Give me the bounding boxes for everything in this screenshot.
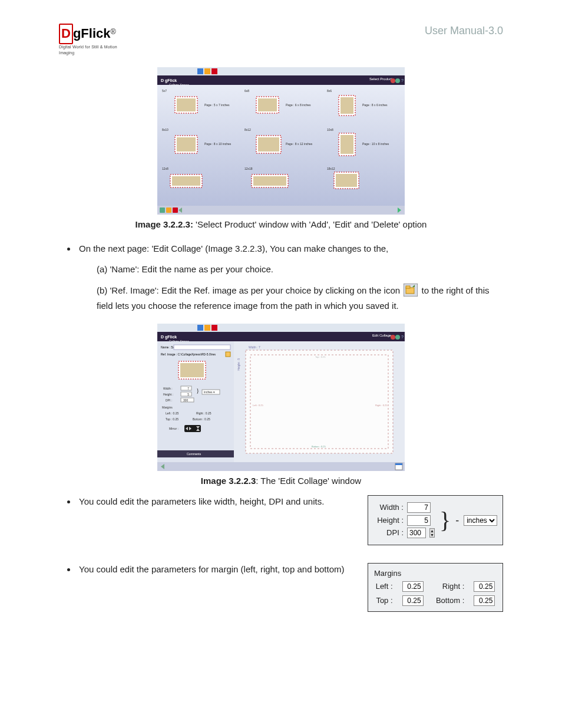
figure-select-product: D gFlick Collage Xpress Select Product ?…: [59, 67, 503, 230]
svg-text:}: }: [196, 387, 199, 394]
svg-rect-73: [180, 363, 204, 377]
logo-reg: ®: [110, 28, 115, 36]
svg-rect-78: [181, 392, 191, 396]
svg-rect-57: [197, 325, 203, 331]
svg-rect-34: [340, 135, 353, 154]
svg-rect-53: [406, 286, 410, 288]
svg-text:Right :  0.25: Right : 0.25: [196, 411, 211, 415]
svg-text:Height : 5: Height : 5: [237, 358, 240, 371]
svg-text:Height :: Height :: [163, 393, 173, 396]
svg-point-9: [395, 78, 400, 83]
height-input[interactable]: [407, 515, 431, 526]
svg-rect-1: [157, 67, 405, 75]
svg-rect-59: [211, 325, 217, 331]
svg-text:12x8: 12x8: [162, 167, 168, 170]
dpi-label: DPI :: [374, 528, 404, 538]
svg-rect-48: [173, 207, 178, 213]
svg-text:Page : 10 x 8 inches: Page : 10 x 8 inches: [362, 142, 389, 146]
page-header: DgFlick® Digital World for Still & Motio…: [59, 24, 503, 55]
svg-text:Comments: Comments: [187, 452, 201, 456]
svg-rect-44: [336, 174, 357, 187]
logo-g: g: [73, 26, 81, 41]
margin-left-label: Left :: [374, 581, 393, 592]
svg-text:Bottom : 0.25: Bottom : 0.25: [312, 445, 326, 448]
sub-a-name: (a) 'Name': Edit the name as per your ch…: [97, 263, 503, 275]
margin-bottom-input[interactable]: [474, 595, 495, 606]
svg-text:Top :  0.25: Top : 0.25: [166, 417, 178, 421]
svg-text:?: ?: [401, 78, 404, 83]
logo-d: D: [59, 24, 73, 44]
figure1-caption: Image 3.2.2.3: 'Select Product' window w…: [59, 218, 503, 230]
logo: DgFlick® Digital World for Still & Motio…: [59, 24, 118, 55]
svg-text:Left :  0.25: Left : 0.25: [166, 411, 178, 415]
bullet-margins: You could edit the parameters for margin…: [77, 563, 350, 575]
svg-text:8x10: 8x10: [162, 128, 168, 131]
brace-icon: }: [439, 513, 451, 528]
svg-text:Mirror :: Mirror :: [169, 427, 178, 430]
svg-rect-26: [177, 137, 196, 151]
svg-rect-100: [246, 350, 393, 453]
figure2-caption: Image 3.2.2.3: The 'Edit Collage' window: [59, 475, 503, 487]
svg-text:Right : 0.25: Right : 0.25: [375, 404, 388, 407]
svg-text:Page : 8 x 10 inches: Page : 8 x 10 inches: [204, 142, 232, 146]
svg-text:Edit Collage: Edit Collage: [372, 334, 392, 337]
svg-text:Page : 6 x 8 inches: Page : 6 x 8 inches: [286, 103, 311, 107]
figure-edit-collage: D gFlick Collage Xpress Edit Collage ? N…: [59, 324, 503, 487]
sub-b-ref-image: (b) 'Ref. Image': Edit the Ref. image as…: [97, 284, 503, 312]
svg-rect-18: [258, 98, 277, 111]
svg-rect-111: [395, 463, 402, 465]
svg-text:8x12: 8x12: [244, 128, 251, 131]
units-select[interactable]: inches: [464, 515, 497, 526]
svg-text:10x8: 10x8: [327, 128, 333, 131]
margin-top-label: Top :: [374, 595, 393, 606]
svg-text:7: 7: [187, 387, 189, 390]
svg-text:Left : 0.25: Left : 0.25: [253, 404, 264, 407]
svg-rect-22: [340, 97, 353, 114]
svg-rect-14: [177, 98, 196, 111]
svg-rect-41: [253, 176, 286, 186]
svg-point-64: [391, 335, 395, 340]
dpi-input[interactable]: [407, 528, 426, 538]
height-label: Height :: [374, 515, 404, 526]
svg-text:18x12: 18x12: [327, 167, 335, 170]
svg-point-8: [391, 78, 395, 83]
svg-text:Ref. Image :  C:\CollageXpress: Ref. Image : C:\CollageXpress\RD-5.0\res: [161, 353, 216, 356]
width-label: Width :: [374, 502, 404, 513]
svg-rect-75: [181, 386, 191, 390]
svg-text:5x7: 5x7: [162, 89, 167, 93]
svg-text:6x8: 6x8: [244, 89, 249, 93]
folder-icon: [404, 284, 418, 299]
svg-rect-38: [172, 176, 200, 186]
svg-rect-108: [157, 462, 405, 471]
margin-bottom-label: Bottom :: [434, 595, 464, 606]
svg-rect-30: [258, 137, 279, 151]
width-input[interactable]: [407, 502, 431, 513]
svg-text:D gFlick: D gFlick: [161, 335, 177, 340]
svg-rect-45: [157, 206, 405, 215]
svg-rect-2: [197, 68, 203, 74]
manual-title: User Manual-3.0: [425, 24, 503, 38]
margin-top-input[interactable]: [402, 595, 424, 606]
select-product-label: Select Product: [369, 77, 392, 81]
svg-rect-56: [157, 324, 405, 332]
svg-text:DPI :: DPI :: [166, 398, 172, 402]
logo-tagline: Digital World for Still & Motion Imaging: [59, 44, 118, 56]
svg-text:12x18: 12x18: [244, 167, 253, 170]
bullet-dimensions: You could edit the parameters like width…: [77, 495, 350, 508]
svg-text:?: ?: [401, 335, 404, 339]
svg-rect-58: [204, 325, 210, 331]
logo-rest: Flick: [81, 26, 110, 41]
svg-rect-46: [160, 207, 165, 213]
svg-text:inches ▾: inches ▾: [204, 390, 215, 394]
svg-rect-3: [204, 68, 210, 74]
svg-text:Page : 8 x 12 inches: Page : 8 x 12 inches: [286, 142, 313, 146]
svg-text:Width :: Width :: [163, 387, 173, 390]
svg-text:D gFlick: D gFlick: [161, 78, 177, 83]
svg-text:Page : 8 x 6 inches: Page : 8 x 6 inches: [362, 103, 388, 107]
bullet-edit-collage-intro: On the next page: 'Edit Collage' (Image …: [77, 242, 503, 312]
margins-title: Margins: [374, 568, 497, 579]
margin-left-input[interactable]: [402, 581, 424, 592]
margin-right-input[interactable]: [474, 581, 495, 592]
svg-text:8x6: 8x6: [327, 89, 332, 93]
svg-rect-69: [174, 345, 230, 350]
